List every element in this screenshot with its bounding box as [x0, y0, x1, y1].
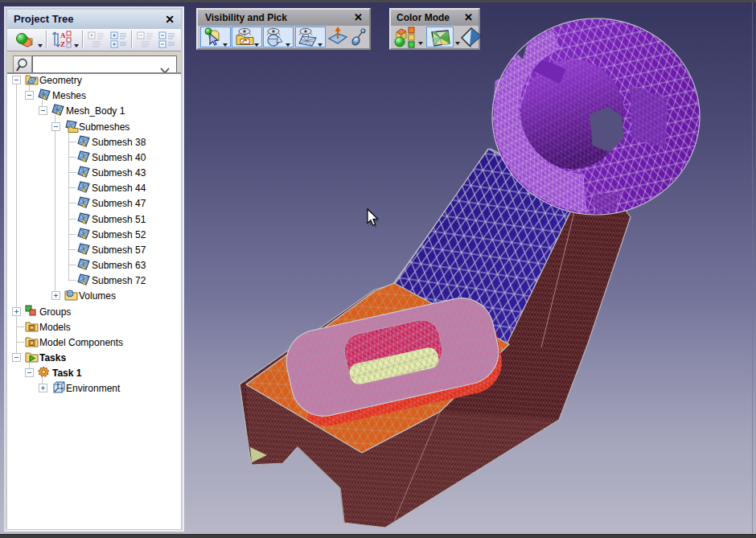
- svg-text:Z: Z: [60, 40, 65, 48]
- svg-text:A: A: [60, 31, 66, 39]
